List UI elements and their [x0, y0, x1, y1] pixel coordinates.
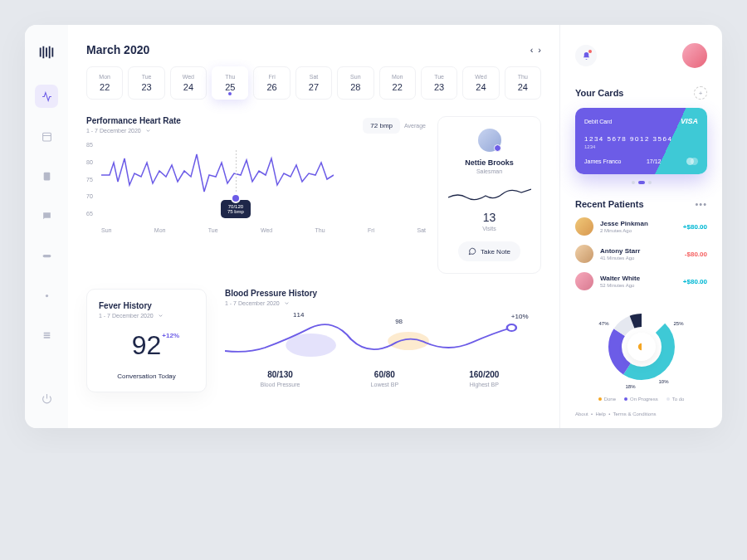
patient-row[interactable]: Jesse Pinkman2 Minutes Ago+$80.00 [575, 217, 707, 236]
calendar-day[interactable]: Fri26 [253, 66, 290, 100]
calendar-day[interactable]: Tue23 [128, 66, 164, 100]
cards-title: Your Cards [575, 88, 623, 98]
calendar-day[interactable]: Thu25 [212, 66, 248, 100]
footer-help[interactable]: Help [595, 411, 605, 416]
profile-name: Nettie Brooks [447, 158, 532, 167]
profile-avatar[interactable] [478, 129, 501, 152]
svg-point-3 [45, 294, 47, 296]
card-pagination[interactable] [575, 181, 707, 184]
footer-links: About • Help • Terms & Conditions [575, 411, 707, 416]
fever-card: Fever History 1 - 7 December 2020 92+12%… [86, 289, 207, 392]
heart-tooltip: 70/12075 bmp [221, 200, 251, 218]
calendar-day[interactable]: Mon22 [86, 66, 123, 100]
calendar-strip: Mon22Tue23Wed24Thu25Fri26Sat27Sun28Mon22… [86, 66, 541, 100]
calendar-day[interactable]: Mon22 [379, 66, 416, 100]
heart-rate-card: Performance Heart Rate 1 - 7 December 20… [86, 116, 426, 274]
calendar-day[interactable]: Sat27 [295, 66, 332, 100]
profile-role: Salesman [447, 168, 532, 174]
nav-settings-icon[interactable] [35, 284, 58, 307]
patient-row[interactable]: Antony Starr41 Minutes Ago-$80.00 [575, 245, 707, 263]
visits-count: 13 [447, 211, 532, 224]
logo [37, 43, 56, 61]
svg-rect-5 [43, 334, 50, 336]
sidebar [25, 25, 68, 428]
visits-sparkline [447, 186, 532, 204]
user-avatar[interactable] [682, 43, 707, 68]
footer-terms[interactable]: Terms & Conditions [613, 411, 656, 416]
heart-badge: 72 bmp [363, 118, 400, 134]
footer-about[interactable]: About [575, 411, 588, 416]
fever-range[interactable]: 1 - 7 December 2020 [99, 313, 194, 319]
svg-point-9 [507, 324, 516, 331]
nav-calendar-icon[interactable] [35, 124, 58, 148]
donut-center-icon [627, 333, 656, 361]
add-card-button[interactable]: + [694, 86, 707, 100]
nav-chat-icon[interactable] [35, 204, 58, 227]
profile-card: Nettie Brooks Salesman 13 Visits Take No… [437, 116, 541, 274]
heart-range[interactable]: 1 - 7 December 2020 [86, 128, 181, 134]
calendar-day[interactable]: Sun28 [337, 66, 374, 100]
notification-bell-icon[interactable] [575, 45, 597, 66]
patients-more-icon[interactable]: ••• [695, 199, 707, 209]
svg-rect-2 [42, 254, 51, 256]
calendar-day[interactable]: Tue23 [421, 66, 457, 100]
nav-layers-icon[interactable] [35, 324, 58, 347]
bp-chart: 114 98 +10% [225, 316, 535, 362]
prev-arrow[interactable]: ‹ [530, 45, 534, 55]
calendar-day[interactable]: Wed24 [462, 66, 499, 100]
bp-card: Blood Pressure History 1 - 7 December 20… [218, 289, 541, 392]
power-icon[interactable] [35, 387, 58, 410]
patient-row[interactable]: Walter White52 Minutes Ago+$80.00 [575, 272, 707, 290]
calendar-day[interactable]: Wed24 [170, 66, 207, 100]
calendar-day[interactable]: Thu24 [505, 66, 541, 100]
take-note-button[interactable]: Take Note [458, 241, 520, 261]
nav-contacts-icon[interactable] [35, 164, 58, 187]
nav-activity-icon[interactable] [35, 85, 58, 108]
svg-rect-1 [43, 172, 50, 180]
progress-donut: 47% 25% 10% 18% [600, 305, 683, 388]
heart-title: Performance Heart Rate [86, 116, 181, 125]
svg-rect-6 [43, 337, 50, 338]
patients-title: Recent Patients [575, 199, 644, 209]
next-arrow[interactable]: › [538, 45, 541, 55]
donut-legend: Done On Progress To do [575, 397, 707, 402]
page-title: March 2020 [86, 43, 149, 56]
fever-title: Fever History [99, 301, 194, 310]
bp-range[interactable]: 1 - 7 December 2020 [225, 300, 535, 306]
heart-chart: 8580757065 70/12075 bmp SunMonTueWedThuF… [86, 142, 426, 233]
credit-card[interactable]: Debit CardVISA 1234 5678 9012 3564 1234 … [575, 108, 707, 174]
svg-rect-0 [42, 133, 51, 141]
svg-rect-4 [43, 332, 50, 334]
bp-title: Blood Pressure History [225, 289, 535, 298]
nav-toggle-icon[interactable] [35, 244, 58, 267]
